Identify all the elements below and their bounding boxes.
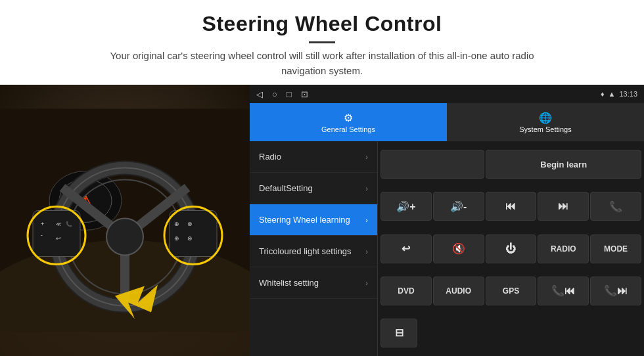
menu-default-label: DefaultSetting bbox=[259, 183, 313, 193]
audio-label: AUDIO bbox=[446, 286, 471, 296]
menu-item-default[interactable]: DefaultSetting › bbox=[250, 173, 377, 204]
menu-steering-chevron: › bbox=[365, 216, 368, 224]
page-title: Steering Wheel Control bbox=[13, 12, 631, 36]
menu-default-chevron: › bbox=[365, 185, 368, 192]
settings-menu: Radio › DefaultSetting › Steering Wheel … bbox=[250, 141, 378, 356]
status-bar-right: ♦ ▲ 13:13 bbox=[601, 90, 637, 98]
menu-item-whitelist[interactable]: Whitelist setting › bbox=[250, 267, 377, 299]
svg-rect-19 bbox=[170, 211, 217, 257]
mode-button[interactable]: MODE bbox=[590, 234, 641, 263]
radio-label: RADIO bbox=[551, 244, 576, 254]
prev-button[interactable]: ⏮ bbox=[486, 192, 537, 221]
general-settings-label: General Settings bbox=[321, 125, 375, 133]
call-button[interactable]: 📞 bbox=[590, 192, 641, 221]
vol-up-icon: 🔊+ bbox=[396, 200, 415, 213]
controls-row-0: Begin learn bbox=[380, 144, 641, 185]
svg-text:↩: ↩ bbox=[56, 235, 61, 242]
svg-text:-: - bbox=[41, 232, 43, 238]
page-subtitle: Your original car's steering wheel contr… bbox=[92, 49, 552, 78]
title-divider bbox=[309, 41, 335, 43]
svg-text:≪: ≪ bbox=[56, 221, 61, 227]
menu-tricoloured-chevron: › bbox=[365, 248, 368, 256]
call-next-icon: 📞⏭ bbox=[604, 284, 628, 297]
system-settings-icon: 🌐 bbox=[539, 112, 552, 124]
menu-radio-label: Radio bbox=[259, 152, 281, 162]
tab-general[interactable]: ⚙ General Settings bbox=[250, 103, 447, 141]
car-image-section: ⚠ + - ≪ 📞 bbox=[0, 85, 250, 356]
prev-icon: ⏮ bbox=[505, 200, 516, 212]
recent-nav-icon[interactable]: □ bbox=[287, 89, 292, 99]
mute-button[interactable]: 🔇 bbox=[433, 234, 484, 263]
call-prev-icon: 📞⏮ bbox=[551, 284, 575, 297]
menu-icon-button[interactable]: ⊟ bbox=[380, 319, 417, 347]
mode-label: MODE bbox=[604, 244, 628, 254]
next-button[interactable]: ⏭ bbox=[538, 192, 589, 221]
power-icon: ⏻ bbox=[505, 243, 516, 255]
call-icon: 📞 bbox=[609, 200, 622, 213]
back-nav-icon[interactable]: ◁ bbox=[256, 89, 263, 99]
svg-text:⊗: ⊗ bbox=[187, 221, 193, 227]
vol-up-button[interactable]: 🔊+ bbox=[380, 192, 432, 221]
controls-row-2: ↩ 🔇 ⏻ RADIO MODE bbox=[380, 228, 641, 269]
svg-text:+: + bbox=[41, 221, 44, 227]
status-time: 13:13 bbox=[619, 90, 637, 98]
dvd-button[interactable]: DVD bbox=[380, 277, 432, 305]
menu-whitelist-label: Whitelist setting bbox=[259, 278, 319, 288]
tab-system[interactable]: 🌐 System Settings bbox=[447, 103, 644, 141]
call-next-button[interactable]: 📞⏭ bbox=[590, 277, 641, 305]
menu-item-radio[interactable]: Radio › bbox=[250, 141, 377, 173]
status-bar: ◁ ○ □ ⊡ ♦ ▲ 13:13 bbox=[250, 85, 644, 103]
svg-text:⊕: ⊕ bbox=[174, 235, 179, 242]
svg-text:⊕: ⊕ bbox=[174, 221, 179, 227]
vol-down-icon: 🔊- bbox=[450, 200, 467, 213]
android-ui-section: ◁ ○ □ ⊡ ♦ ▲ 13:13 ⚙ General Settings bbox=[250, 85, 644, 356]
controls-row-4: ⊟ bbox=[380, 313, 641, 353]
back-button[interactable]: ↩ bbox=[380, 234, 432, 263]
menu-item-tricoloured[interactable]: Tricoloured light settings › bbox=[250, 236, 377, 267]
back-icon: ↩ bbox=[402, 242, 410, 255]
content-row: ⚠ + - ≪ 📞 bbox=[0, 85, 644, 356]
home-nav-icon[interactable]: ○ bbox=[272, 89, 277, 99]
dvd-label: DVD bbox=[398, 286, 414, 296]
menu-tricoloured-label: Tricoloured light settings bbox=[259, 246, 351, 256]
menu-icon: ⊟ bbox=[395, 326, 403, 339]
vol-down-button[interactable]: 🔊- bbox=[433, 192, 484, 221]
location-icon: ♦ bbox=[601, 90, 605, 98]
call-prev-button[interactable]: 📞⏮ bbox=[538, 277, 589, 305]
system-settings-label: System Settings bbox=[519, 125, 571, 133]
next-icon: ⏭ bbox=[558, 200, 568, 212]
page-container: Steering Wheel Control Your original car… bbox=[0, 0, 644, 356]
begin-learn-button[interactable]: Begin learn bbox=[486, 150, 641, 179]
general-settings-icon: ⚙ bbox=[344, 112, 353, 124]
car-image-placeholder: ⚠ + - ≪ 📞 bbox=[0, 85, 250, 356]
svg-text:📞: 📞 bbox=[66, 221, 72, 227]
controls-row-3: DVD AUDIO GPS 📞⏮ 📞⏭ bbox=[380, 271, 641, 311]
controls-panel: Begin learn 🔊+ 🔊- ⏮ bbox=[378, 141, 644, 356]
header-section: Steering Wheel Control Your original car… bbox=[0, 0, 644, 85]
power-button[interactable]: ⏻ bbox=[486, 234, 537, 263]
empty-spacer bbox=[380, 150, 484, 179]
gps-label: GPS bbox=[503, 286, 519, 296]
svg-rect-13 bbox=[33, 211, 80, 257]
radio-button[interactable]: RADIO bbox=[538, 234, 589, 263]
gps-button[interactable]: GPS bbox=[486, 277, 537, 305]
audio-button[interactable]: AUDIO bbox=[433, 277, 484, 305]
mute-icon: 🔇 bbox=[452, 242, 465, 255]
controls-row-1: 🔊+ 🔊- ⏮ ⏭ 📞 bbox=[380, 186, 641, 227]
menu-whitelist-chevron: › bbox=[365, 279, 368, 287]
menu-radio-chevron: › bbox=[365, 153, 368, 161]
settings-content: Radio › DefaultSetting › Steering Wheel … bbox=[250, 141, 644, 356]
signal-icon: ▲ bbox=[609, 90, 616, 98]
svg-point-12 bbox=[106, 219, 143, 256]
menu-item-steering[interactable]: Steering Wheel learning › bbox=[250, 204, 377, 236]
settings-tabs: ⚙ General Settings 🌐 System Settings bbox=[250, 103, 644, 141]
svg-text:⊗: ⊗ bbox=[187, 235, 193, 242]
menu-steering-label: Steering Wheel learning bbox=[259, 215, 350, 225]
status-bar-nav: ◁ ○ □ ⊡ bbox=[256, 89, 308, 99]
screenshot-nav-icon[interactable]: ⊡ bbox=[301, 89, 308, 99]
